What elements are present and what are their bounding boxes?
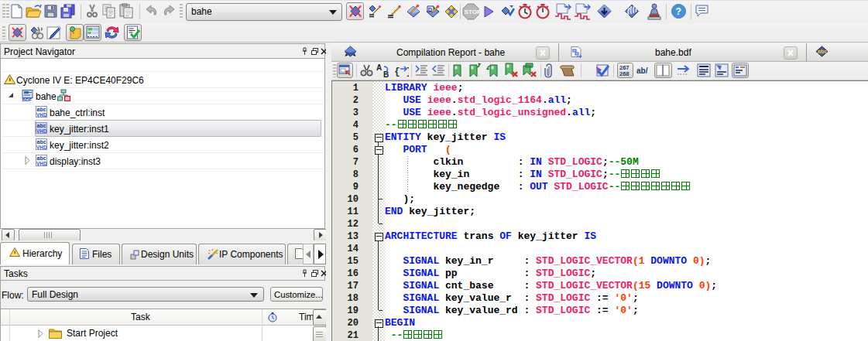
svg-text:STOP: STOP bbox=[465, 9, 479, 15]
svg-text:ab/: ab/ bbox=[636, 66, 648, 75]
svg-text:VHD: VHD bbox=[36, 128, 47, 134]
svg-text:abc: abc bbox=[818, 49, 827, 54]
svg-text:A: A bbox=[376, 63, 382, 72]
svg-text:268: 268 bbox=[619, 70, 630, 77]
svg-text:?: ? bbox=[676, 6, 681, 17]
svg-text:abc: abc bbox=[37, 139, 46, 145]
svg-text:{ }: { } bbox=[394, 66, 409, 77]
svg-text:abc: abc bbox=[37, 155, 46, 161]
svg-text:VHD: VHD bbox=[36, 145, 47, 150]
svg-text:abc: abc bbox=[37, 107, 46, 112]
svg-text:D: D bbox=[428, 7, 432, 12]
svg-text:abc: abc bbox=[37, 123, 46, 128]
svg-text:VHD: VHD bbox=[36, 161, 47, 166]
svg-text:BDF: BDF bbox=[22, 97, 33, 101]
svg-text:VHD: VHD bbox=[36, 112, 47, 118]
